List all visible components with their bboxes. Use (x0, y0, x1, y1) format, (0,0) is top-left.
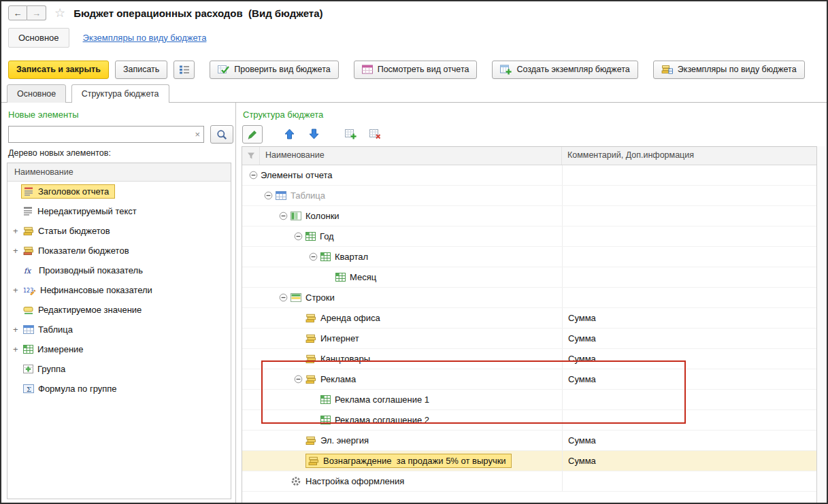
group-formula-icon: Σ (23, 384, 34, 393)
expand-plus-icon[interactable]: + (13, 246, 23, 256)
column-header-comment[interactable]: Комментарий, Доп.информация (562, 147, 816, 165)
collapse-icon[interactable] (279, 212, 291, 220)
clear-search-icon[interactable]: × (195, 129, 200, 141)
tree-row[interactable]: Месяц (242, 267, 816, 288)
comment-cell (562, 186, 816, 205)
search-button[interactable] (210, 125, 233, 144)
tree-row[interactable]: Настройка оформления (242, 471, 816, 492)
structure-toolbar (242, 124, 389, 144)
dimension-icon (320, 395, 331, 404)
filter-cell[interactable] (242, 147, 260, 165)
list-item[interactable]: Группа (7, 359, 231, 379)
tree-row[interactable]: Строки (242, 288, 816, 308)
move-up-button[interactable] (279, 125, 299, 144)
article-icon (305, 436, 316, 446)
tree-row[interactable]: Таблица (242, 186, 816, 206)
table-blue-icon (276, 191, 286, 200)
item-content: Заголовок отчета (21, 184, 115, 199)
collapse-icon[interactable] (309, 252, 320, 261)
check-budget-view-button[interactable]: Проверить вид бюджета (210, 61, 338, 79)
tree-row[interactable]: Год (242, 226, 816, 247)
list-item[interactable]: +123Нефинансовые показатели (7, 280, 231, 300)
page-title: Бюджет операционных расходов (Вид бюджет… (73, 7, 322, 19)
list-item[interactable]: Заголовок отчета (7, 182, 231, 201)
tree-row[interactable]: ИнтернетСумма (242, 329, 816, 349)
column-header-name[interactable]: Наименование (260, 147, 562, 165)
favorite-star-icon[interactable]: ☆ (54, 7, 65, 19)
move-into-group-button[interactable] (340, 125, 361, 144)
expand-plus-icon[interactable]: + (13, 324, 23, 335)
tree-row-label: Строки (305, 292, 335, 303)
search-input[interactable] (9, 127, 203, 142)
list-item[interactable]: +Таблица (7, 320, 231, 339)
view-report-button[interactable]: Посмотреть вид отчета (354, 61, 478, 79)
list-item[interactable]: +Статьи бюджетов (7, 221, 231, 241)
remove-from-group-button[interactable] (365, 125, 385, 144)
tree-row[interactable]: Элементы отчета (242, 165, 816, 186)
list-item[interactable]: Редактируемое значение (7, 300, 231, 320)
save-and-close-button[interactable]: Записать и закрыть (8, 61, 109, 79)
tree-row[interactable]: Колонки (242, 206, 816, 226)
tree-row[interactable]: КанцтоварыСумма (242, 349, 816, 369)
expand-plus-icon[interactable]: + (13, 344, 23, 354)
right-panel-title: Структура бюджета (243, 110, 323, 120)
report-title-icon (24, 186, 34, 197)
grid-plus-icon (345, 129, 357, 139)
forward-button[interactable]: → (27, 5, 46, 20)
collapse-icon[interactable] (294, 375, 305, 384)
vertical-scrollbar[interactable] (816, 146, 826, 502)
list-item[interactable]: ΣФормула по группе (7, 379, 231, 399)
save-button[interactable]: Записать (115, 61, 167, 79)
view-report-label: Посмотреть вид отчета (378, 65, 469, 74)
collapse-icon[interactable] (279, 293, 291, 302)
comment-cell (562, 390, 816, 409)
expand-plus-icon[interactable]: + (13, 285, 23, 295)
list-item[interactable]: +Измерение (7, 339, 231, 359)
item-content: Статьи бюджетов (23, 226, 110, 236)
tree-row[interactable]: Квартал (242, 247, 816, 267)
tree-row[interactable]: Реклама соглашение 1 (242, 390, 816, 410)
tree-row-label: Месяц (350, 272, 376, 282)
collapse-icon[interactable] (249, 171, 261, 180)
nav-link-instances[interactable]: Экземпляры по виду бюджета (83, 33, 207, 43)
back-button[interactable]: ← (8, 5, 27, 20)
tree-row-label: Реклама соглашение 1 (335, 394, 429, 405)
list-item[interactable]: Нередактируемый текст (7, 201, 231, 221)
tree-row[interactable]: Реклама соглашение 2 (242, 410, 816, 431)
tree-row-label: Реклама соглашение 2 (335, 415, 429, 425)
list-item[interactable]: fxПроизводный показатель (7, 261, 231, 280)
tab-budget-structure[interactable]: Структура бюджета (71, 84, 169, 103)
comment-cell: Сумма (562, 308, 816, 328)
expand-plus-icon[interactable]: + (13, 226, 23, 236)
item-content: 123Нефинансовые показатели (23, 285, 152, 295)
collapse-icon[interactable] (294, 232, 305, 241)
tree-row[interactable]: РекламаСумма (242, 369, 816, 390)
item-label: Нередактируемый текст (37, 206, 137, 216)
rows-icon (291, 293, 301, 302)
tab-main[interactable]: Основное (7, 84, 66, 103)
columns-icon (291, 212, 301, 220)
comment-cell: Сумма (562, 451, 816, 471)
structure-table: Наименование Комментарий, Доп.информация… (242, 146, 817, 503)
tree-row[interactable]: Вознаграждение за продажи 5% от выручкиС… (242, 451, 816, 471)
selected-cell: Вознаграждение за продажи 5% от выручки (305, 454, 512, 468)
comment-cell (562, 247, 816, 267)
tree-row[interactable]: Аренда офисаСумма (242, 308, 816, 329)
tree-row-label: Квартал (335, 252, 368, 262)
comment-cell: Сумма (562, 349, 816, 369)
related-list-button[interactable] (173, 61, 195, 79)
tree-row[interactable]: Эл. энергияСумма (242, 431, 816, 451)
instances-by-view-button[interactable]: Экземпляры по виду бюджета (653, 61, 805, 79)
comment-cell (562, 267, 816, 287)
comment-cell: Сумма (562, 431, 816, 450)
create-instance-button[interactable]: Создать экземпляр бюджета (492, 61, 637, 79)
item-label: Заголовок отчета (38, 186, 109, 197)
comment-cell (562, 288, 816, 307)
nav-item-main[interactable]: Основное (8, 28, 69, 48)
collapse-icon[interactable] (264, 191, 276, 200)
create-instance-icon (500, 65, 512, 75)
list-item[interactable]: +Показатели бюджетов (7, 241, 231, 261)
comment-cell (562, 206, 816, 226)
edit-button[interactable] (242, 125, 263, 144)
move-down-button[interactable] (303, 125, 324, 144)
